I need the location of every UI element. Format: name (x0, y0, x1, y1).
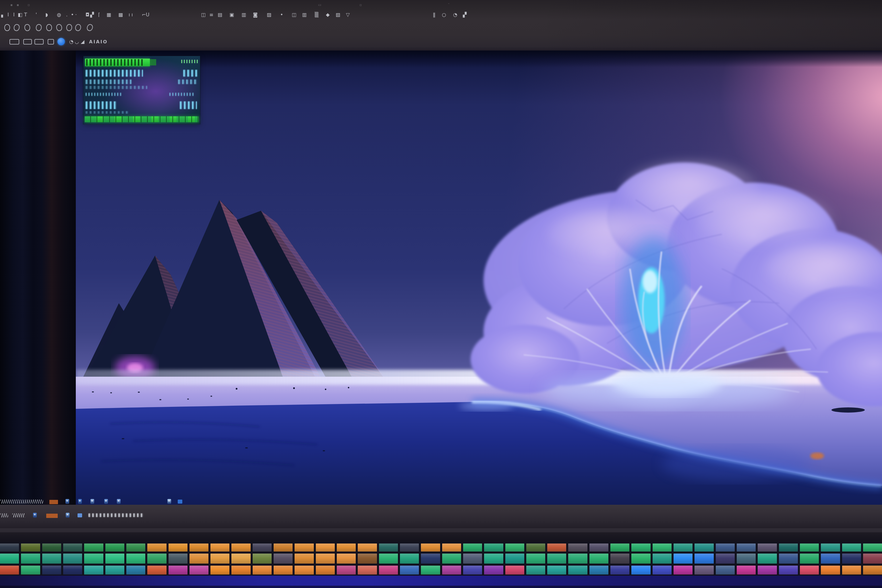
timeline-clip[interactable] (295, 566, 314, 574)
timeline-clip[interactable] (463, 566, 482, 574)
toolbar-tool-icon[interactable]: ◧ (18, 12, 22, 18)
timeline-clip[interactable] (21, 566, 40, 574)
timeline-clip[interactable] (568, 566, 587, 574)
timeline-clip[interactable] (316, 554, 335, 564)
toolbar-tool-icon[interactable]: ⌈ (98, 12, 100, 18)
timeline-clip[interactable] (358, 554, 376, 564)
timeline-clip[interactable] (863, 543, 882, 552)
timeline-clip[interactable] (779, 566, 798, 574)
taskbar-app-icon[interactable] (167, 499, 171, 504)
timeline-clip[interactable] (590, 554, 608, 564)
timeline-clip[interactable] (84, 554, 103, 564)
timeline-clip[interactable] (400, 543, 419, 552)
timeline-clip[interactable] (716, 554, 735, 564)
toolbar-tool-icon[interactable]: ◗ (45, 12, 48, 18)
taskbar-app-icon[interactable] (117, 499, 121, 504)
timeline-clip[interactable] (274, 566, 292, 574)
timeline-clip[interactable] (800, 566, 819, 574)
timeline-clip[interactable] (189, 554, 208, 564)
toolbar-tool-icon[interactable]: ◙ (253, 12, 258, 18)
timeline-clip[interactable] (442, 566, 461, 574)
timeline-clip[interactable] (632, 566, 650, 574)
timeline-clip[interactable] (84, 566, 103, 574)
timeline-clip[interactable] (21, 543, 40, 552)
timeline-clip[interactable] (610, 554, 629, 564)
timeline-clip[interactable] (316, 566, 335, 574)
timeline-clip[interactable] (379, 566, 398, 574)
timeline-clip[interactable] (42, 566, 61, 574)
timeline-clip[interactable] (842, 566, 861, 574)
timeline-clip[interactable] (842, 543, 861, 552)
timeline-clip[interactable] (400, 554, 419, 564)
taskbar-app-icon[interactable] (90, 499, 94, 504)
toolbar-extra-icon[interactable]: ◔ (69, 39, 74, 45)
toolbar-tool-icon[interactable]: • (71, 12, 74, 18)
taskbar-app-icon[interactable] (33, 513, 37, 518)
timeline-clip[interactable] (84, 543, 103, 552)
timeline-clip[interactable] (105, 566, 124, 574)
timeline-clip[interactable] (568, 554, 587, 564)
toolbar-shape-icon[interactable] (35, 24, 42, 31)
timeline-clip[interactable] (758, 543, 777, 552)
timeline-clip[interactable] (147, 543, 166, 552)
toolbar-tool-icon[interactable]: ı (132, 12, 133, 18)
toolbar-shape-icon[interactable] (24, 24, 30, 31)
canvas-viewport[interactable] (76, 51, 882, 505)
timeline-clip[interactable] (694, 554, 714, 564)
timeline-clip[interactable] (210, 554, 230, 564)
toolbar-tool-icon[interactable]: ▞ (90, 12, 94, 18)
timeline-clip[interactable] (863, 566, 882, 574)
toolbar-tool-icon[interactable]: ▧ (336, 12, 340, 18)
timeline-clip[interactable] (21, 554, 40, 564)
timeline-clip[interactable] (379, 554, 398, 564)
taskbar-app-icon[interactable] (66, 513, 69, 518)
timeline-clip[interactable] (674, 566, 693, 574)
toolbar-tool-icon[interactable]: U (146, 12, 149, 18)
timeline-clip[interactable] (168, 554, 188, 564)
timeline-clip[interactable] (526, 554, 545, 564)
timeline-clip[interactable] (547, 543, 566, 552)
timeline-clip[interactable] (42, 543, 61, 552)
toolbar-tool-icon[interactable]: ı (129, 12, 130, 18)
toolbar-tool-icon[interactable]: ◍ (57, 12, 61, 18)
timeline-clip[interactable] (105, 554, 124, 564)
toolbar-tool-icon[interactable]: . (66, 12, 68, 18)
timeline-clip[interactable] (800, 543, 819, 552)
timeline-clip[interactable] (652, 543, 672, 552)
timeline-clip[interactable] (337, 554, 356, 564)
timeline-clip[interactable] (126, 566, 145, 574)
toolbar-tool-icon[interactable]: · (75, 12, 76, 18)
timeline-clip[interactable] (632, 554, 650, 564)
toolbar-extra-icon[interactable]: ◢ (81, 39, 84, 45)
timeline-clip[interactable] (147, 554, 166, 564)
timeline-clip[interactable] (547, 554, 566, 564)
toolbar-tool-icon[interactable]: ≡ (209, 12, 213, 18)
timeline-clip[interactable] (0, 543, 19, 552)
timeline-clip[interactable] (274, 554, 292, 564)
timeline-clip[interactable] (210, 566, 230, 574)
timeline-clip[interactable] (610, 543, 629, 552)
timeline-clip[interactable] (295, 554, 314, 564)
timeline-clip[interactable] (568, 543, 587, 552)
toolbar-tool-icon[interactable]: ▖ (1, 12, 5, 18)
timeline-clip[interactable] (253, 543, 272, 552)
timeline-clip[interactable] (547, 566, 566, 574)
timeline-clip[interactable] (590, 566, 608, 574)
timeline-clip[interactable] (105, 543, 124, 552)
timeline-clip[interactable] (379, 543, 398, 552)
timeline-clip[interactable] (842, 554, 861, 564)
timeline-clip[interactable] (526, 543, 545, 552)
taskbar-app-icon[interactable] (78, 499, 82, 504)
timeline-clip[interactable] (63, 566, 82, 574)
timeline-clip[interactable] (821, 554, 840, 564)
timeline-clip[interactable] (484, 543, 503, 552)
timeline-clip[interactable] (526, 566, 545, 574)
timeline-clip[interactable] (358, 543, 376, 552)
timeline-clip[interactable] (863, 554, 882, 564)
timeline-clip[interactable] (337, 566, 356, 574)
timeline-clip[interactable] (484, 554, 503, 564)
timeline-clip[interactable] (358, 566, 376, 574)
timeline-clip[interactable] (506, 566, 524, 574)
timeline-clip[interactable] (0, 554, 19, 564)
timeline-clip[interactable] (63, 543, 82, 552)
